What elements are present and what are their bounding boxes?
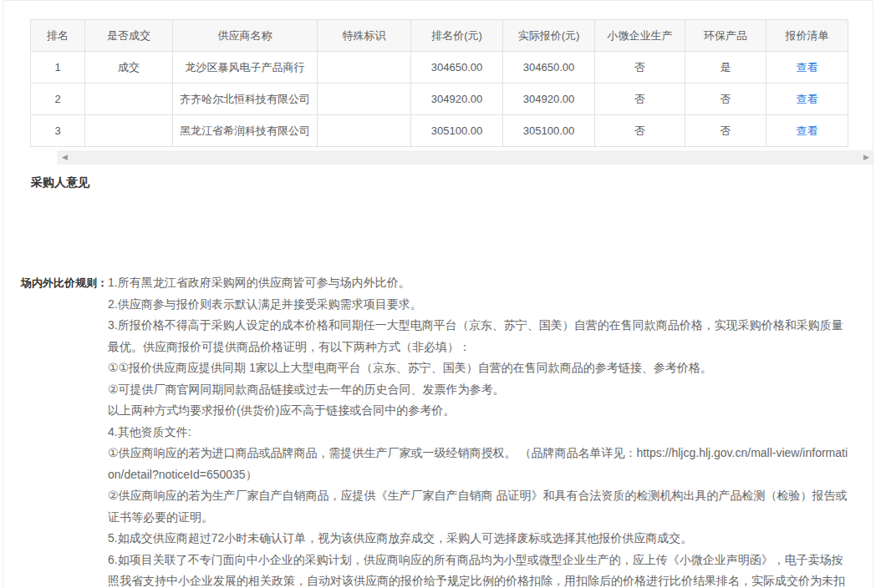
rules-text: 1.所有黑龙江省政府采购网的供应商皆可参与场内外比价。2.供应商参与报价则表示默… bbox=[108, 272, 853, 588]
rule-item: ①①报价供应商应提供同期 1家以上大型电商平台（京东、苏宁、国美）自营的在售同款… bbox=[108, 357, 853, 379]
table-row: 2齐齐哈尔北恒科技有限公司304920.00304920.00否否查看 bbox=[31, 84, 848, 115]
price-comparison-rules-section: 场内外比价规则： 1.所有黑龙江省政府采购网的供应商皆可参与场内外比价。2.供应… bbox=[3, 272, 873, 588]
scroll-left-icon[interactable]: ◀ bbox=[62, 150, 68, 165]
rule-item: 1.所有黑龙江省政府采购网的供应商皆可参与场内外比价。 bbox=[108, 272, 853, 294]
view-quote-link[interactable]: 查看 bbox=[797, 124, 818, 137]
rule-item: ②供应商响应的若为生产厂家自产自销商品，应提供《生产厂家自产自销商 品证明》和具… bbox=[108, 485, 853, 528]
table-cell: 304650.00 bbox=[411, 52, 503, 84]
table-cell: 查看 bbox=[766, 115, 848, 147]
purchaser-opinion-title: 采购人意见 bbox=[31, 175, 873, 190]
table-cell: 304650.00 bbox=[503, 52, 595, 84]
table-cell: 成交 bbox=[85, 52, 173, 84]
rule-item: 2.供应商参与报价则表示默认满足并接受采购需求项目要求。 bbox=[108, 294, 853, 316]
column-header: 是否成交 bbox=[85, 20, 173, 52]
rule-item: 4.其他资质文件: bbox=[108, 422, 853, 444]
column-header: 环保产品 bbox=[685, 20, 766, 52]
table-cell: 齐齐哈尔北恒科技有限公司 bbox=[173, 84, 318, 115]
column-header: 实际报价(元) bbox=[503, 20, 595, 52]
table-cell bbox=[318, 52, 411, 84]
table-cell bbox=[318, 115, 411, 147]
view-quote-link[interactable]: 查看 bbox=[797, 93, 818, 105]
table-cell: 查看 bbox=[766, 52, 848, 84]
rules-label: 场内外比价规则： bbox=[21, 272, 108, 294]
column-header: 排名 bbox=[31, 20, 85, 52]
table-cell: 否 bbox=[685, 84, 766, 115]
table-cell: 304920.00 bbox=[503, 84, 595, 115]
rule-item: 6.如项目关联了不专门面向中小企业的采购计划，供应商响应的所有商品均为小型或微型… bbox=[108, 550, 853, 588]
table-cell: 1 bbox=[31, 52, 85, 84]
horizontal-scrollbar[interactable]: ◀ ▶ bbox=[57, 150, 874, 165]
table-cell: 304920.00 bbox=[411, 84, 503, 115]
column-header: 供应商名称 bbox=[173, 20, 318, 52]
column-header: 小微企业生产 bbox=[595, 20, 685, 52]
supplier-ranking-table-area: 排名是否成交供应商名称特殊标识排名价(元)实际报价(元)小微企业生产环保产品报价… bbox=[30, 19, 848, 165]
table-cell: 305100.00 bbox=[411, 115, 503, 147]
table-cell: 3 bbox=[31, 115, 85, 147]
table-cell bbox=[85, 84, 173, 115]
table-cell: 2 bbox=[31, 84, 85, 115]
column-header: 特殊标识 bbox=[318, 20, 411, 52]
table-row: 3黑龙江省希润科技有限公司305100.00305100.00否否查看 bbox=[31, 115, 848, 147]
rule-item: 以上两种方式均要求报价(供货价)应不高于链接或合同中的参考价。 bbox=[108, 400, 853, 422]
rule-item: 3.所报价格不得高于采购人设定的成本价格和同期任一大型电商平台（京东、苏宁、国美… bbox=[108, 315, 853, 357]
rule-item: ①供应商响应的若为进口商品或品牌商品，需提供生产厂家或一级经销商授权。 （品牌商… bbox=[108, 443, 853, 485]
table-cell: 否 bbox=[595, 84, 685, 115]
supplier-ranking-table: 排名是否成交供应商名称特殊标识排名价(元)实际报价(元)小微企业生产环保产品报价… bbox=[30, 19, 848, 147]
table-row: 1成交龙沙区暴风电子产品商行304650.00304650.00否是查看 bbox=[31, 52, 848, 84]
table-cell: 否 bbox=[685, 115, 766, 147]
table-cell: 否 bbox=[595, 115, 685, 147]
table-cell: 黑龙江省希润科技有限公司 bbox=[173, 115, 318, 147]
table-cell: 否 bbox=[595, 52, 685, 84]
table-cell bbox=[318, 84, 411, 115]
scroll-right-icon[interactable]: ▶ bbox=[863, 150, 869, 165]
table-header-row: 排名是否成交供应商名称特殊标识排名价(元)实际报价(元)小微企业生产环保产品报价… bbox=[31, 20, 848, 52]
table-cell: 龙沙区暴风电子产品商行 bbox=[173, 52, 318, 84]
table-cell bbox=[85, 115, 173, 147]
view-quote-link[interactable]: 查看 bbox=[797, 61, 818, 74]
table-cell: 是 bbox=[685, 52, 766, 84]
column-header: 报价清单 bbox=[766, 20, 848, 52]
table-cell: 查看 bbox=[766, 84, 848, 115]
rule-item: ②可提供厂商官网同期同款商品链接或过去一年的历史合同、发票作为参考。 bbox=[108, 379, 853, 401]
column-header: 排名价(元) bbox=[411, 20, 503, 52]
table-cell: 305100.00 bbox=[503, 115, 595, 147]
rule-item: 5.如成交供应商超过72小时未确认订单，视为该供应商放弃成交，采购人可选择废标或… bbox=[108, 528, 853, 550]
content-panel: 排名是否成交供应商名称特殊标识排名价(元)实际报价(元)小微企业生产环保产品报价… bbox=[3, 0, 873, 588]
